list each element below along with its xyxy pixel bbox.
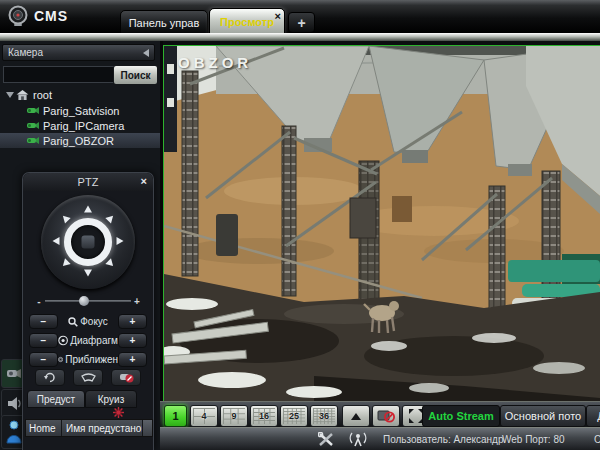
tree-node-camera[interactable]: Parig_Satvision	[0, 103, 160, 118]
ptz-aux-row	[35, 369, 141, 386]
zoom-icon	[58, 354, 63, 365]
more-layouts-button[interactable]	[342, 405, 370, 427]
preset-column-name[interactable]: Имя предустанов	[62, 420, 142, 436]
preset-table-header: Home Имя предустанов	[25, 419, 153, 437]
layout-4-button[interactable]: 4	[190, 405, 218, 427]
layout-16-button[interactable]: 16	[250, 405, 278, 427]
camera-scene	[164, 46, 600, 401]
search-input[interactable]	[3, 66, 115, 83]
preset-column-home[interactable]: Home	[26, 420, 62, 436]
tab-add-button[interactable]: +	[288, 12, 315, 33]
arrow-down-left-icon[interactable]	[57, 258, 70, 271]
layout-25-label: 25	[281, 406, 307, 426]
layout-9-button[interactable]: 9	[220, 405, 248, 427]
tab-label: Панель управ	[129, 17, 200, 29]
left-arrow-icon[interactable]	[139, 49, 149, 57]
auto-stream-label: Auto Stream	[428, 410, 493, 422]
focus-minus-button[interactable]: −	[29, 314, 58, 329]
red-gear-icon[interactable]	[113, 407, 124, 418]
main-stream-button[interactable]: Основной пото	[500, 405, 586, 427]
app-title: CMS	[34, 8, 68, 24]
video-tile-selected[interactable]: OBZOR	[163, 45, 600, 402]
tree-node-label: Parig_IPCamera	[43, 120, 124, 132]
iris-minus-button[interactable]: −	[29, 333, 58, 348]
status-web-port: Web Порт: 80	[502, 434, 565, 445]
arrow-left-icon[interactable]	[49, 237, 60, 245]
rotate-button[interactable]	[35, 369, 65, 386]
camera-panel-header: Камера	[2, 44, 155, 61]
tree-node-label: Parig_Satvision	[43, 105, 119, 117]
tab-preset-label: Предуст	[37, 394, 75, 405]
tab-close-icon[interactable]: ×	[275, 10, 281, 22]
title-bar: CMS Панель управ Просмотр × +	[0, 0, 600, 33]
home-icon	[16, 90, 29, 100]
camera-panel-title: Камера	[8, 47, 43, 58]
slider-thumb[interactable]	[79, 296, 89, 306]
focus-plus-button[interactable]: +	[118, 314, 147, 329]
broadcast-icon[interactable]	[348, 431, 368, 447]
tools-icon[interactable]	[318, 432, 334, 447]
wiper-icon	[81, 373, 96, 383]
wiper-button[interactable]	[73, 369, 103, 386]
tab-live-view[interactable]: Просмотр ×	[209, 8, 285, 35]
ptz-speed-slider[interactable]: - +	[35, 295, 141, 307]
close-icon[interactable]: ×	[141, 175, 147, 187]
search-button[interactable]: Поиск	[113, 65, 158, 85]
layout-25-button[interactable]: 25	[280, 405, 308, 427]
expander-icon[interactable]	[6, 92, 14, 102]
speaker-icon	[7, 397, 22, 410]
cms-window: CMS Панель управ Просмотр × + Камера Пои…	[0, 0, 600, 450]
blue-user-icon	[6, 420, 22, 444]
plus-icon[interactable]: +	[133, 296, 141, 307]
layout-1-label: 1	[172, 410, 178, 422]
focus-label: Фокус	[58, 316, 118, 327]
tab-cruise[interactable]: Круиз	[85, 390, 137, 408]
iris-plus-button[interactable]: +	[118, 333, 147, 348]
tab-preset[interactable]: Предуст	[27, 390, 85, 408]
camera-icon	[6, 368, 22, 380]
zoom-minus-button[interactable]: −	[29, 352, 58, 367]
ptz-direction-pad[interactable]	[41, 195, 135, 289]
preset-scrollbar[interactable]	[142, 420, 152, 436]
arrow-right-icon[interactable]	[117, 237, 128, 245]
arrow-up-left-icon[interactable]	[57, 210, 70, 223]
stop-square-icon[interactable]	[82, 236, 95, 249]
light-button[interactable]	[111, 369, 141, 386]
fullscreen-icon	[409, 409, 423, 423]
tab-control-panel[interactable]: Панель управ	[120, 10, 208, 35]
layout-1-button[interactable]: 1	[164, 405, 187, 427]
slider-track[interactable]	[45, 300, 131, 302]
plus-icon: +	[297, 15, 305, 31]
layout-36-button[interactable]: 36	[310, 405, 338, 427]
arrow-up-right-icon[interactable]	[105, 210, 118, 223]
minus-icon[interactable]: -	[35, 296, 43, 307]
tab-label: Просмотр	[220, 16, 274, 28]
webcam-icon	[7, 5, 29, 27]
red-light-icon	[119, 372, 134, 383]
status-truncated: С	[594, 434, 600, 445]
search-button-label: Поиск	[120, 70, 150, 81]
tree-node-root[interactable]: root	[0, 87, 160, 102]
focus-text: Фокус	[80, 316, 108, 327]
ptz-title: PTZ	[78, 176, 99, 188]
tree-node-camera-selected[interactable]: Parig_OBZOR	[0, 133, 160, 148]
layout-36-label: 36	[311, 406, 337, 426]
window-divider	[0, 33, 600, 41]
main-stream-label: Основной пото	[505, 410, 581, 422]
green-camera-icon	[26, 106, 39, 116]
video-watermark: OBZOR	[178, 54, 252, 71]
video-toolbar: 1 4 9 16 25 36	[160, 401, 600, 428]
status-bar: Пользователь: Александр Web Порт: 80 С	[160, 427, 600, 450]
ptz-panel-header[interactable]: PTZ ×	[23, 173, 153, 191]
arrow-down-icon[interactable]	[84, 269, 92, 280]
arrow-up-icon[interactable]	[84, 201, 92, 212]
zoom-plus-button[interactable]: +	[118, 352, 147, 367]
tree-node-label: Parig_OBZOR	[43, 135, 114, 147]
arrow-down-right-icon[interactable]	[105, 258, 118, 271]
close-all-button[interactable]	[372, 405, 400, 427]
tree-node-camera[interactable]: Parig_IPCamera	[0, 118, 160, 133]
iris-icon	[58, 335, 68, 346]
iris-control-row: − Диафрагм +	[29, 332, 147, 349]
sub-stream-button[interactable]: Доп	[586, 405, 600, 427]
auto-stream-button[interactable]: Auto Stream	[422, 405, 500, 427]
